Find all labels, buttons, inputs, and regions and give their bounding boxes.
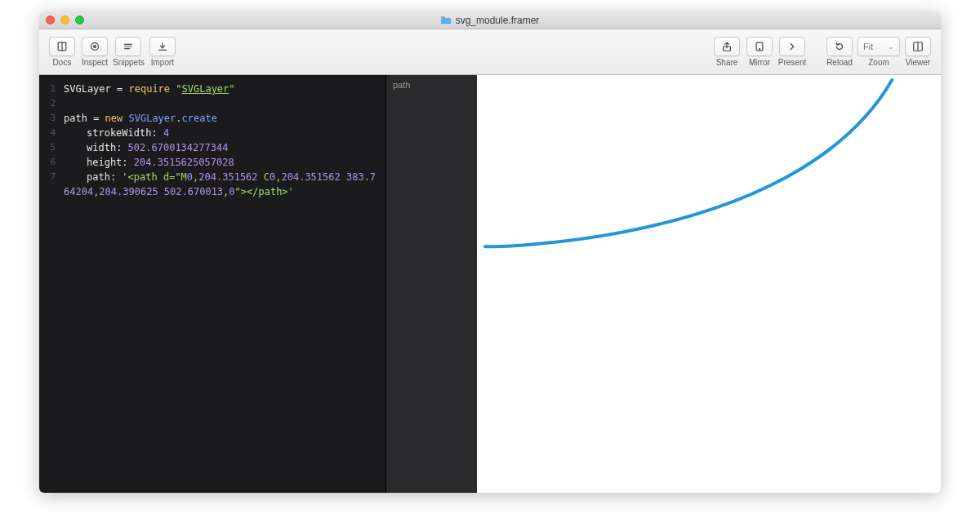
code-content[interactable]: SVGLayer = require "SVGLayer" [64, 82, 377, 96]
chev-right-icon [786, 41, 798, 52]
code-line[interactable]: 5width: 502.6700134277344 [39, 140, 385, 155]
viewer-icon [912, 41, 924, 52]
mirror-button[interactable] [746, 37, 773, 56]
titlebar[interactable]: svg_module.framer [39, 11, 941, 29]
download-icon [157, 41, 168, 52]
code-editor[interactable]: 1SVGLayer = require "SVGLayer"23path = n… [39, 75, 385, 493]
reload-button-label: Reload [826, 58, 853, 67]
inspect-button-item: Inspect [80, 37, 109, 67]
mirror-icon [754, 41, 765, 52]
zoom-control: Fit ⌄ Zoom [858, 37, 900, 67]
toolbar: DocsInspectSnippetsImport ShareMirrorPre… [39, 29, 941, 75]
minimize-window-button[interactable] [60, 16, 69, 24]
line-number: 6 [39, 155, 64, 170]
docs-button-label: Docs [53, 58, 72, 67]
inspect-button-label: Inspect [82, 58, 108, 67]
outline-pane[interactable]: path [385, 75, 477, 493]
outline-item[interactable]: path [393, 80, 470, 90]
code-line[interactable]: 6height: 204.3515625057028 [39, 155, 385, 170]
viewer-label: Viewer [906, 58, 930, 67]
reload-icon [834, 41, 845, 52]
mirror-button-label: Mirror [749, 58, 770, 67]
import-button-label: Import [151, 58, 174, 67]
share-button-label: Share [716, 58, 738, 67]
code-content[interactable]: path: '<path d="M0,204.351562 C0,204.351… [64, 170, 377, 199]
snippets-button-label: Snippets [113, 58, 145, 67]
reload-button[interactable] [826, 37, 853, 56]
target-icon [89, 41, 100, 52]
import-button[interactable] [149, 37, 176, 56]
window-title-text: svg_module.framer [456, 15, 540, 26]
book-icon [56, 41, 68, 52]
preview-pane[interactable] [477, 75, 941, 493]
zoom-select[interactable]: Fit ⌄ [858, 37, 900, 56]
viewer-item: Viewer [903, 37, 933, 67]
code-content[interactable]: strokeWidth: 4 [64, 126, 377, 140]
line-number: 5 [39, 140, 64, 155]
app-window: svg_module.framer DocsInspectSnippetsImp… [39, 11, 941, 493]
close-window-button[interactable] [46, 16, 55, 24]
docs-button-item: Docs [47, 37, 77, 67]
preview-path [485, 80, 892, 246]
inspect-button[interactable] [82, 37, 108, 56]
code-content[interactable]: width: 502.6700134277344 [64, 140, 377, 155]
code-line[interactable]: 4strokeWidth: 4 [39, 126, 385, 140]
code-line[interactable]: 7path: '<path d="M0,204.351562 C0,204.35… [39, 170, 385, 199]
snippets-button-item: Snippets [113, 37, 145, 67]
import-button-item: Import [148, 37, 177, 67]
preview-svg-container [480, 75, 941, 255]
code-line[interactable]: 2 [39, 96, 385, 111]
svg-point-3 [94, 46, 96, 48]
line-number: 3 [39, 111, 64, 126]
code-line[interactable]: 3path = new SVGLayer.create [39, 111, 385, 126]
line-number: 4 [39, 126, 64, 140]
toolbar-right-group: ShareMirrorPresent [712, 37, 807, 67]
share-button-item: Share [712, 37, 742, 67]
zoom-label: Zoom [868, 58, 889, 67]
mirror-button-item: Mirror [745, 37, 774, 67]
docs-button[interactable] [49, 37, 75, 56]
toolbar-far-right-group: Reload [825, 37, 854, 67]
code-line[interactable]: 1SVGLayer = require "SVGLayer" [39, 82, 385, 96]
snippets-button[interactable] [115, 37, 141, 56]
content-area: 1SVGLayer = require "SVGLayer"23path = n… [39, 75, 941, 493]
reload-button-item: Reload [825, 37, 854, 67]
present-button-label: Present [778, 58, 806, 67]
share-button[interactable] [714, 37, 740, 56]
line-number: 1 [39, 82, 64, 96]
lines-icon [122, 41, 134, 52]
toolbar-left-group: DocsInspectSnippetsImport [47, 37, 177, 67]
window-title: svg_module.framer [441, 15, 540, 26]
line-number: 2 [39, 96, 64, 111]
code-content[interactable]: path = new SVGLayer.create [64, 111, 377, 126]
viewer-button[interactable] [905, 37, 931, 56]
svg-point-12 [759, 49, 760, 50]
code-content[interactable] [64, 96, 377, 111]
present-button[interactable] [779, 37, 805, 56]
chevron-down-icon: ⌄ [888, 42, 894, 51]
folder-icon [441, 16, 452, 24]
maximize-window-button[interactable] [75, 16, 84, 24]
line-number: 7 [39, 170, 64, 184]
zoom-value: Fit [863, 42, 873, 51]
share-icon [721, 41, 733, 52]
present-button-item: Present [777, 37, 807, 67]
traffic-lights [46, 16, 84, 24]
code-content[interactable]: height: 204.3515625057028 [64, 155, 377, 170]
